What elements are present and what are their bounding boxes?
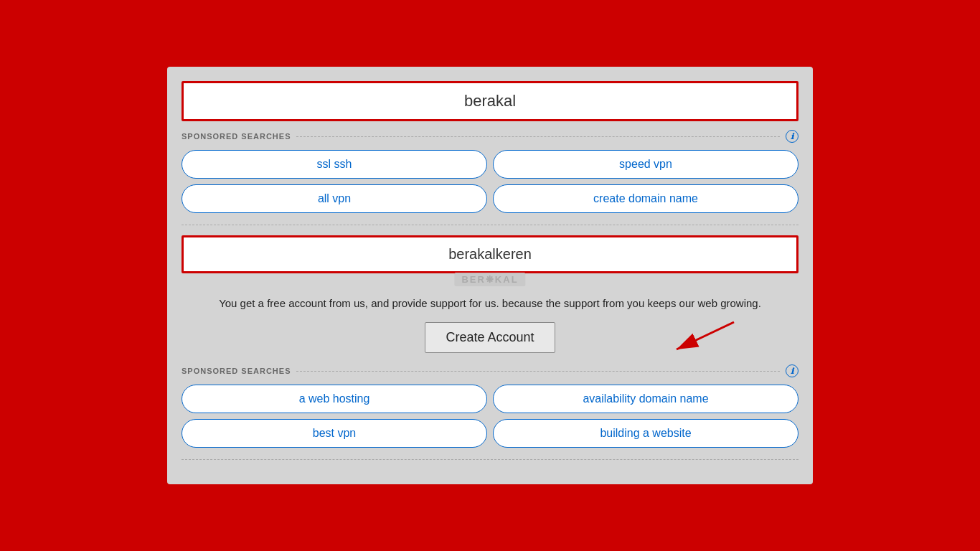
sponsored-label-bottom: SPONSORED SEARCHES xyxy=(182,367,291,375)
description-text: You get a free account from us, and prov… xyxy=(182,295,798,312)
sponsored-divider-top xyxy=(296,136,780,137)
info-icon-top[interactable]: ℹ xyxy=(786,130,798,143)
sponsored-btn-availability-domain[interactable]: availability domain name xyxy=(493,385,798,413)
create-account-area: Create Account xyxy=(182,322,798,353)
info-icon-bottom[interactable]: ℹ xyxy=(786,364,798,377)
sponsored-divider-bottom xyxy=(296,371,780,372)
main-panel: berakal SPONSORED SEARCHES ℹ ssl ssh spe… xyxy=(167,67,813,484)
sponsored-btn-ssl-ssh[interactable]: ssl ssh xyxy=(182,150,487,179)
username-section: BER❋KAL xyxy=(182,235,798,273)
sponsored-section-bottom: SPONSORED SEARCHES ℹ a web hosting avail… xyxy=(182,364,798,448)
sponsored-label-top: SPONSORED SEARCHES xyxy=(182,132,291,141)
top-search-display: berakal xyxy=(182,81,798,121)
sponsored-btn-create-domain[interactable]: create domain name xyxy=(493,184,798,213)
sponsored-btn-all-vpn[interactable]: all vpn xyxy=(182,184,487,213)
sponsored-header-bottom: SPONSORED SEARCHES ℹ xyxy=(182,364,798,377)
divider-bottom xyxy=(182,459,798,460)
sponsored-header-top: SPONSORED SEARCHES ℹ xyxy=(182,130,798,143)
username-input-wrapper[interactable] xyxy=(182,235,798,273)
watermark: BER❋KAL xyxy=(454,273,525,286)
username-input[interactable] xyxy=(198,246,782,263)
arrow-svg xyxy=(662,315,741,358)
sponsored-btn-web-hosting[interactable]: a web hosting xyxy=(182,385,487,413)
svg-line-1 xyxy=(677,322,734,349)
sponsored-section-top: SPONSORED SEARCHES ℹ ssl ssh speed vpn a… xyxy=(182,130,798,213)
sponsored-buttons-bottom: a web hosting availability domain name b… xyxy=(182,385,798,448)
arrow-indicator xyxy=(662,315,741,361)
divider-mid xyxy=(182,225,798,225)
sponsored-btn-building-website[interactable]: building a website xyxy=(493,419,798,448)
sponsored-btn-speed-vpn[interactable]: speed vpn xyxy=(493,150,798,179)
sponsored-buttons-top: ssl ssh speed vpn all vpn create domain … xyxy=(182,150,798,213)
create-account-button[interactable]: Create Account xyxy=(425,322,555,353)
sponsored-btn-best-vpn[interactable]: best vpn xyxy=(182,419,487,448)
